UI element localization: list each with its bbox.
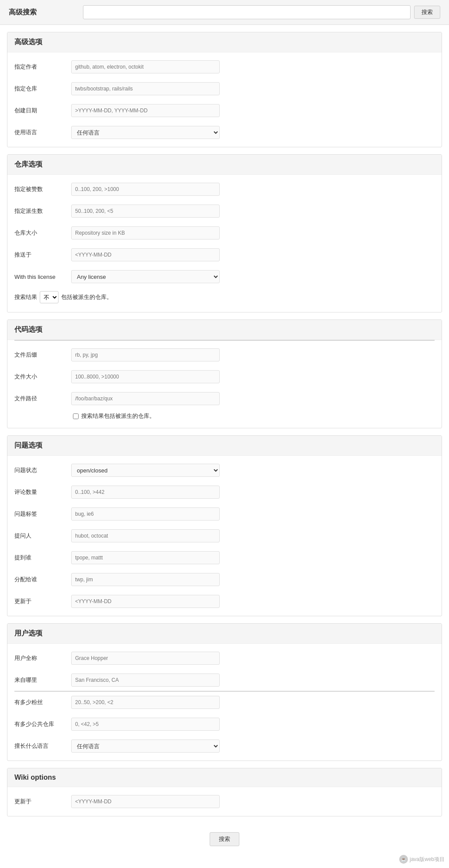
issue-label-input[interactable] (71, 507, 220, 521)
comment-count-label: 评论数量 (14, 488, 71, 496)
advanced-options-title: 高级选项 (7, 32, 442, 52)
mentions-label: 提到谁 (14, 554, 71, 562)
user-options-title: 用户选项 (7, 624, 442, 644)
fork-prefix: 搜索结果 (14, 293, 37, 301)
repo-size-label: 仓库大小 (14, 229, 71, 237)
license-row: With this license Any license (7, 266, 442, 288)
code-options-title: 代码选项 (7, 320, 442, 340)
issue-state-label: 问题状态 (14, 466, 71, 474)
repo-size-input[interactable] (71, 226, 220, 240)
filepath-input[interactable] (71, 392, 220, 405)
author-input[interactable] (71, 60, 220, 73)
issue-updated-label: 更新于 (14, 597, 71, 605)
repo-options-title: 仓库选项 (7, 155, 442, 175)
stars-row: 指定被赞数 (7, 178, 442, 200)
followers-row: 有多少粉丝 (7, 691, 442, 713)
extension-label: 文件后缀 (14, 351, 71, 359)
forks-label: 指定派生数 (14, 207, 71, 215)
repo-input[interactable] (71, 82, 220, 95)
repo-options-body: 指定被赞数 指定派生数 仓库大小 推送于 With this license A… (7, 175, 442, 312)
code-options-section: 代码选项 文件后缀 文件大小 文件路径 搜索结果包括被派生的仓库。 (7, 319, 442, 428)
language-row: 使用语言 任何语言 (7, 122, 442, 143)
author-issue-row: 提问人 (7, 525, 442, 547)
repo-label: 指定仓库 (14, 85, 71, 93)
code-fork-checkbox[interactable] (73, 413, 79, 419)
wiki-updated-row: 更新于 (7, 791, 442, 812)
issue-state-row: 问题状态 open/closed (7, 459, 442, 481)
issue-label-row: 问题标签 (7, 503, 442, 525)
advanced-options-section: 高级选项 指定作者 指定仓库 创建日期 使用语言 任何语言 (7, 32, 442, 147)
bottom-search-button[interactable]: 搜索 (210, 832, 239, 846)
filesize-input[interactable] (71, 370, 220, 383)
wiki-options-section: Wiki options 更新于 (7, 768, 442, 816)
forks-input[interactable] (71, 205, 220, 218)
user-options-body: 用户全称 来自哪里 有多少粉丝 有多少公共仓库 擅长什么语言 任何语言 (7, 644, 442, 760)
assignee-row: 分配给谁 (7, 569, 442, 590)
wiki-options-body: 更新于 (7, 787, 442, 816)
user-language-row: 擅长什么语言 任何语言 (7, 735, 442, 757)
author-issue-input[interactable] (71, 529, 220, 542)
top-search-input[interactable] (83, 5, 411, 19)
public-repos-label: 有多少公共仓库 (14, 720, 71, 728)
wiki-updated-input[interactable] (71, 795, 220, 808)
top-search-bar: 高级搜索 搜索 (0, 0, 449, 25)
pushed-label: 推送于 (14, 251, 71, 259)
pushed-input[interactable] (71, 248, 220, 261)
extension-row: 文件后缀 (7, 344, 442, 366)
created-row: 创建日期 (7, 100, 442, 122)
top-search-button[interactable]: 搜索 (414, 6, 440, 19)
code-options-body: 文件后缀 文件大小 文件路径 搜索结果包括被派生的仓库。 (7, 340, 442, 428)
assignee-input[interactable] (71, 573, 220, 586)
mentions-input[interactable] (71, 551, 220, 564)
filepath-row: 文件路径 (7, 388, 442, 410)
created-input[interactable] (71, 104, 220, 117)
issue-options-body: 问题状态 open/closed 评论数量 问题标签 提问人 提到谁 (7, 456, 442, 616)
repo-options-section: 仓库选项 指定被赞数 指定派生数 仓库大小 推送于 With this lice… (7, 154, 442, 312)
license-select[interactable]: Any license (71, 270, 220, 283)
wiki-options-title: Wiki options (7, 768, 442, 787)
code-fork-label: 搜索结果包括被派生的仓库。 (81, 412, 155, 420)
filesize-row: 文件大小 (7, 366, 442, 388)
code-fork-checkbox-row: 搜索结果包括被派生的仓库。 (7, 410, 442, 424)
issue-updated-row: 更新于 (7, 590, 442, 612)
comment-count-input[interactable] (71, 486, 220, 499)
pushed-row: 推送于 (7, 244, 442, 266)
stars-label: 指定被赞数 (14, 185, 71, 193)
fork-suffix: 包括被派生的仓库。 (61, 293, 112, 301)
location-row: 来自哪里 (7, 669, 442, 691)
issue-state-select[interactable]: open/closed (71, 464, 220, 477)
followers-label: 有多少粉丝 (14, 698, 71, 706)
language-select[interactable]: 任何语言 (71, 126, 220, 139)
stars-input[interactable] (71, 183, 220, 196)
mentions-row: 提到谁 (7, 547, 442, 569)
fullname-input[interactable] (71, 652, 220, 665)
repo-size-row: 仓库大小 (7, 222, 442, 244)
user-language-label: 擅长什么语言 (14, 742, 71, 750)
fullname-row: 用户全称 (7, 647, 442, 669)
user-options-section: 用户选项 用户全称 来自哪里 有多少粉丝 有多少公共仓库 擅长什么语言 (7, 623, 442, 761)
filepath-label: 文件路径 (14, 395, 71, 403)
comment-count-row: 评论数量 (7, 481, 442, 503)
author-row: 指定作者 (7, 56, 442, 78)
author-label: 指定作者 (14, 63, 71, 71)
issue-options-section: 问题选项 问题状态 open/closed 评论数量 问题标签 提问人 提 (7, 435, 442, 616)
public-repos-row: 有多少公共仓库 (7, 713, 442, 735)
location-label: 来自哪里 (14, 676, 71, 684)
license-label: With this license (14, 274, 71, 280)
fullname-label: 用户全称 (14, 654, 71, 662)
issue-options-title: 问题选项 (7, 436, 442, 456)
location-input[interactable] (71, 674, 220, 687)
public-repos-input[interactable] (71, 718, 220, 731)
forks-row: 指定派生数 (7, 200, 442, 222)
extension-input[interactable] (71, 348, 220, 361)
issue-updated-input[interactable] (71, 595, 220, 608)
advanced-options-body: 指定作者 指定仓库 创建日期 使用语言 任何语言 (7, 52, 442, 147)
wiki-updated-label: 更新于 (14, 798, 71, 806)
followers-input[interactable] (71, 696, 220, 709)
user-language-select[interactable]: 任何语言 (71, 740, 220, 753)
fork-include-row: 搜索结果 不 是 包括被派生的仓库。 (7, 288, 442, 309)
repo-row: 指定仓库 (7, 78, 442, 100)
fork-select[interactable]: 不 是 (40, 291, 59, 303)
top-search-label: 高级搜索 (9, 8, 83, 17)
language-label: 使用语言 (14, 128, 71, 136)
